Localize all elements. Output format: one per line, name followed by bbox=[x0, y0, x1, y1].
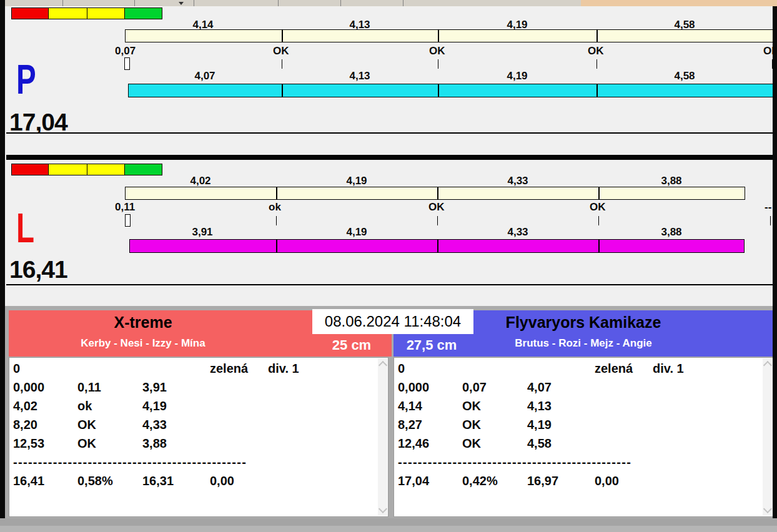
bar-tick bbox=[437, 240, 438, 252]
lane-p-checkpoint-1: OK bbox=[273, 46, 289, 56]
checkpoint-tick bbox=[770, 216, 771, 225]
checkpoint-tick bbox=[276, 216, 277, 225]
lane-p-checkpoint-2: OK bbox=[429, 46, 445, 56]
team-right-height: 27,5 cm bbox=[393, 337, 470, 353]
cell: 16,31 bbox=[142, 471, 210, 490]
cell: zelená bbox=[595, 359, 653, 378]
bar-tick bbox=[276, 240, 277, 252]
scrollbar[interactable] bbox=[763, 358, 772, 516]
result-separator: ----------------------------------------… bbox=[13, 453, 247, 471]
toolbar-separator bbox=[403, 0, 403, 6]
background-toolbar-fragment bbox=[5, 0, 581, 6]
result-row: 0,0000,113,91 bbox=[13, 378, 210, 397]
lane-l-checkpoint-3: OK bbox=[590, 202, 606, 212]
lane-p-total-time: 17,04 bbox=[9, 110, 67, 134]
scroll-down-icon[interactable] bbox=[763, 505, 772, 513]
team-left-members: Kerby - Nesi - Izzy - Mína bbox=[9, 337, 277, 350]
cell: 4,02 bbox=[13, 397, 77, 415]
lane-l-total-time: 16,41 bbox=[9, 257, 67, 282]
window-right-edge bbox=[773, 6, 777, 520]
cell: OK bbox=[462, 415, 527, 434]
bar-tick bbox=[596, 30, 598, 42]
timing-app-window: 4,14 4,13 4,19 4,58 0,07 OK OK OK OK 4,0… bbox=[0, 0, 777, 532]
scroll-up-icon[interactable] bbox=[379, 361, 387, 370]
scroll-up-icon[interactable] bbox=[763, 361, 772, 370]
lane-l-upper-split-1: 4,02 bbox=[174, 175, 227, 186]
cell: 12,53 bbox=[13, 434, 77, 453]
cell: OK bbox=[77, 415, 142, 434]
cell: 16,97 bbox=[527, 471, 595, 490]
cell: zelená bbox=[210, 359, 268, 378]
lane-p-footer-strip bbox=[6, 132, 773, 156]
lane-l-checkpoint-2: OK bbox=[428, 202, 445, 212]
cell: 8,27 bbox=[398, 415, 462, 434]
team-left-name: X-treme bbox=[9, 313, 277, 332]
lane-p-upper-split-1: 4,14 bbox=[177, 19, 229, 30]
result-row: 12,53OK3,88 bbox=[13, 434, 210, 453]
team-right-results[interactable]: 0zelenádiv. 1 0,0000,074,07 4,14OK4,13 8… bbox=[393, 357, 773, 517]
lane-l-status-lights bbox=[11, 164, 162, 175]
cell: 0,00 bbox=[595, 471, 653, 490]
cell: 3,88 bbox=[142, 434, 210, 453]
lane-l-checkpoint-4: -- bbox=[765, 202, 771, 212]
cell: div. 1 bbox=[268, 359, 337, 378]
lane-p-upper-split-2: 4,13 bbox=[334, 19, 386, 30]
timestamp: 08.06.2024 11:48:04 bbox=[312, 309, 473, 334]
cell: 0,42% bbox=[462, 471, 527, 490]
window-bottom-edge bbox=[0, 526, 777, 532]
cell: div. 1 bbox=[653, 359, 721, 378]
lane-p-letter: P bbox=[16, 59, 36, 100]
lane-p-lower-split-2: 4,13 bbox=[334, 71, 386, 81]
cell: 0,58% bbox=[77, 471, 142, 490]
lane-l-lower-split-2: 4,19 bbox=[330, 227, 383, 237]
lane-p-upper-split-4: 4,58 bbox=[658, 19, 711, 30]
lane-p-lower-split-3: 4,19 bbox=[491, 71, 543, 81]
status-light-red bbox=[11, 7, 49, 19]
lane-p-upper-split-3: 4,19 bbox=[491, 19, 543, 30]
cell: 4,14 bbox=[398, 397, 462, 415]
team-left-height: 25 cm bbox=[314, 337, 390, 353]
scroll-down-icon[interactable] bbox=[379, 505, 387, 513]
cell: OK bbox=[77, 434, 142, 453]
lane-p-checkpoint-3: OK bbox=[588, 46, 604, 56]
lane-p-start-gap: 0,07 bbox=[115, 46, 136, 56]
result-row: 4,14OK4,13 bbox=[398, 397, 595, 415]
result-total-row: 16,410,58%16,310,00 bbox=[13, 471, 268, 490]
checkpoint-tick bbox=[438, 59, 438, 69]
background-window-strip bbox=[581, 0, 777, 6]
cell: 0,07 bbox=[462, 378, 527, 397]
cell: 12,46 bbox=[398, 434, 462, 453]
bar-tick bbox=[437, 187, 438, 199]
cell: 0,11 bbox=[77, 378, 142, 397]
scoreboard-panel: X-treme Kerby - Nesi - Izzy - Mína 25 cm… bbox=[5, 306, 773, 518]
status-light-yellow bbox=[87, 7, 125, 19]
bar-tick bbox=[596, 84, 598, 97]
result-row: 8,20OK4,33 bbox=[13, 415, 210, 434]
cell: 4,33 bbox=[142, 415, 210, 434]
cell: 4,19 bbox=[142, 397, 210, 415]
status-light-green bbox=[125, 7, 162, 19]
toolbar-separator bbox=[134, 0, 135, 6]
checkpoint-tick bbox=[282, 59, 282, 69]
lane-divider bbox=[6, 155, 777, 160]
lane-l-start-gap: 0,11 bbox=[115, 202, 135, 212]
bar-tick bbox=[276, 187, 277, 199]
status-light-red bbox=[11, 164, 49, 175]
result-total-row: 17,040,42%16,970,00 bbox=[398, 471, 653, 490]
scrollbar[interactable] bbox=[378, 358, 387, 516]
cell: 0,00 bbox=[210, 471, 268, 490]
status-light-yellow bbox=[87, 164, 125, 175]
lane-l-checkpoint-1: ok bbox=[269, 202, 281, 212]
checkpoint-tick bbox=[437, 216, 438, 225]
bar-tick bbox=[438, 30, 439, 42]
status-light-yellow bbox=[49, 164, 87, 175]
result-row: 8,27OK4,19 bbox=[398, 415, 595, 434]
lane-l-lower-split-4: 3,88 bbox=[645, 227, 698, 237]
result-row: 0zelenádiv. 1 bbox=[398, 359, 721, 378]
team-left-results[interactable]: 0zelenádiv. 1 0,0000,113,91 4,02ok4,19 8… bbox=[9, 357, 388, 517]
result-row: 0zelenádiv. 1 bbox=[13, 359, 337, 378]
bar-tick bbox=[282, 30, 283, 42]
lane-l-upper-split-4: 3,88 bbox=[645, 175, 698, 186]
checkpoint-tick bbox=[598, 216, 599, 225]
window-left-edge bbox=[0, 0, 5, 520]
